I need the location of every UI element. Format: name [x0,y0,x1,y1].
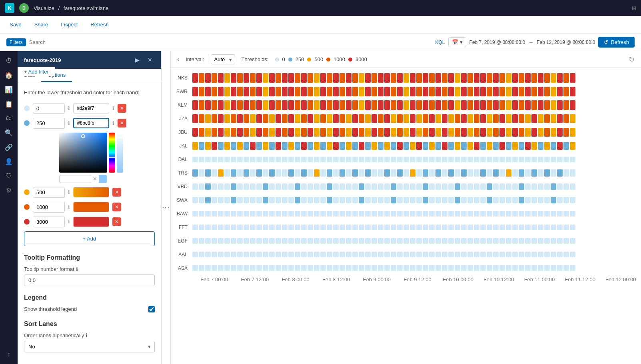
bar[interactable] [448,238,454,244]
bar[interactable] [448,142,454,150]
bar[interactable] [250,114,256,123]
bar[interactable] [493,73,499,83]
bar[interactable] [410,225,415,230]
bar[interactable] [282,114,288,123]
bar[interactable] [231,142,236,150]
kql-button[interactable]: KQL [435,40,445,45]
bar[interactable] [218,238,224,244]
threshold-color-0[interactable] [73,103,109,113]
bar[interactable] [506,142,511,150]
bar[interactable] [570,211,575,217]
bar[interactable] [429,225,435,230]
bar[interactable] [448,225,454,230]
bar[interactable] [378,225,383,230]
bar[interactable] [416,225,422,230]
bar[interactable] [570,157,575,162]
bar[interactable] [308,87,313,96]
bar[interactable] [493,100,499,110]
bar[interactable] [359,73,364,83]
bar[interactable] [474,157,479,162]
bar[interactable] [263,87,268,96]
bar[interactable] [448,87,454,96]
bar[interactable] [487,197,492,203]
bar[interactable] [391,265,396,271]
bar[interactable] [359,114,364,123]
sidebar-icon-shield[interactable]: 🛡 [2,169,15,182]
bar[interactable] [327,238,332,244]
bar[interactable] [205,197,211,203]
bar[interactable] [570,252,575,257]
bar[interactable] [455,142,460,150]
bar[interactable] [538,252,543,257]
bar[interactable] [563,114,569,123]
bar[interactable] [192,265,198,271]
bar[interactable] [435,169,441,177]
bar[interactable] [480,211,486,217]
bar[interactable] [371,73,377,83]
bar[interactable] [359,183,364,190]
bar[interactable] [506,128,511,137]
bar[interactable] [525,100,531,110]
bar[interactable] [378,114,383,123]
bar[interactable] [403,169,409,177]
bar[interactable] [218,169,224,177]
bar[interactable] [391,73,396,83]
bar[interactable] [320,87,326,96]
bar[interactable] [403,252,409,257]
lane-bars-egf[interactable] [191,235,641,247]
bar[interactable] [487,265,492,271]
bar[interactable] [263,169,268,177]
sidebar-icon-clock[interactable]: ⏱ [2,54,15,67]
bar[interactable] [333,238,339,244]
bar[interactable] [346,142,351,150]
bar[interactable] [455,157,460,162]
bar[interactable] [499,169,505,177]
bar[interactable] [384,265,390,271]
bar[interactable] [205,73,211,83]
bar[interactable] [403,238,409,244]
bar[interactable] [493,211,499,217]
bar[interactable] [435,265,441,271]
bar[interactable] [487,183,492,190]
bar[interactable] [371,157,377,162]
bar[interactable] [506,183,511,190]
bar[interactable] [365,197,371,203]
bar[interactable] [314,265,320,271]
bar[interactable] [531,169,537,177]
bar[interactable] [570,225,575,230]
bar[interactable] [544,142,550,150]
bar[interactable] [570,169,575,177]
bar[interactable] [218,265,224,271]
bar[interactable] [218,128,224,137]
bar[interactable] [423,252,428,257]
bar[interactable] [282,183,288,190]
bar[interactable] [256,128,262,137]
bar[interactable] [352,142,358,150]
bar[interactable] [448,252,454,257]
bar[interactable] [480,225,486,230]
bar[interactable] [250,142,256,150]
bar[interactable] [506,87,511,96]
bar[interactable] [199,128,204,137]
bar[interactable] [538,142,543,150]
bar[interactable] [525,157,531,162]
bar[interactable] [199,157,204,162]
bar[interactable] [192,157,198,162]
bar[interactable] [391,169,396,177]
bar[interactable] [352,238,358,244]
bar[interactable] [244,100,249,110]
bar[interactable] [263,265,268,271]
bar[interactable] [519,252,524,257]
bar[interactable] [282,100,288,110]
bar[interactable] [192,238,198,244]
bar[interactable] [403,225,409,230]
bar[interactable] [544,238,550,244]
bar[interactable] [512,87,518,96]
alpha-bar[interactable] [117,133,123,173]
bar[interactable] [378,128,383,137]
bar[interactable] [301,197,307,203]
bar[interactable] [448,100,454,110]
bar[interactable] [416,128,422,137]
bar[interactable] [410,114,415,123]
bar[interactable] [352,128,358,137]
